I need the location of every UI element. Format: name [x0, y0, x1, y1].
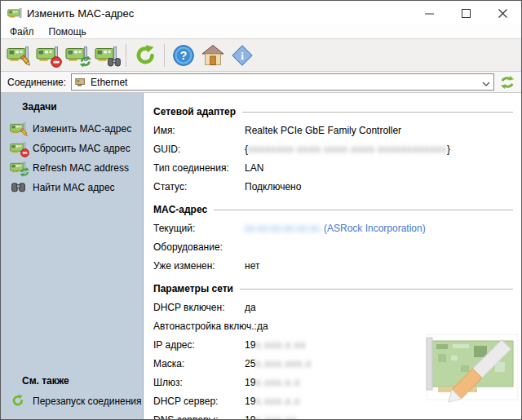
field-label: Уже изменен:: [153, 260, 245, 272]
minimize-icon: [425, 9, 434, 18]
field-row-current-mac: Текущий: xx-xx-xx-xx-xx-xx(ASRock Incorp…: [153, 219, 513, 237]
maximize-icon: [462, 9, 471, 18]
maximize-button[interactable]: [448, 1, 484, 25]
field-label: Имя:: [153, 125, 245, 136]
close-icon: [498, 9, 507, 18]
sidebar-item-change-mac[interactable]: Изменить MAC-адрес: [1, 119, 143, 139]
toolbar: ? i: [1, 39, 521, 72]
section-divider: [240, 289, 513, 290]
field-label: Автонастройка включ.:: [153, 321, 257, 332]
connection-combobox[interactable]: Ethernet: [71, 73, 494, 91]
section-header-mac: MAC-адрес: [153, 201, 513, 219]
nic-find-icon: [95, 44, 119, 67]
home-button[interactable]: [198, 42, 228, 69]
field-value: да: [245, 302, 256, 313]
close-button[interactable]: [484, 1, 521, 25]
nic-reset-icon: [10, 141, 28, 156]
nic-edit-icon: [10, 122, 28, 136]
details-pane: Сетевой адаптер Имя: Realtek PCIe GbE Fa…: [144, 93, 521, 419]
field-label: DNS серверы:: [153, 414, 245, 420]
field-value: 19x.xxx.xx: [245, 414, 297, 420]
section-title: Параметры сети: [153, 283, 233, 294]
sidebar-item-label: Изменить MAC-адрес: [33, 123, 131, 135]
field-value: 25x.xxx.xxx.x: [245, 358, 312, 369]
connection-label: Соединение:: [7, 77, 66, 88]
section-title: MAC-адрес: [153, 204, 207, 215]
sidebar-item-label: Перезапуск соединения: [33, 396, 142, 407]
field-label: Шлюз:: [153, 377, 245, 388]
sync-icon: [500, 76, 515, 89]
sidebar-item-restart-connection[interactable]: Перезапуск соединения: [1, 391, 143, 411]
masked-gateway: x.xxx.x.x: [255, 377, 300, 388]
window-title: Изменить MAC-адрес: [27, 7, 134, 20]
field-label: Статус:: [153, 181, 245, 192]
see-also-panel: См. также Перезапуск соединения: [1, 375, 143, 411]
field-label: GUID:: [153, 144, 245, 155]
field-row-ip: IP адрес: 19x.xxx.x.xx: [153, 335, 513, 354]
sidebar-item-label: Сбросить MAC адрес: [33, 143, 130, 154]
field-row-mask: Маска: 25x.xxx.xxx.x: [153, 354, 513, 373]
sidebar-item-refresh-mac[interactable]: Refresh MAC address: [1, 158, 143, 178]
refresh-connections-button[interactable]: [498, 74, 516, 91]
toolbar-separator: [164, 44, 165, 67]
masked-dns: x.xxx.xx: [255, 414, 297, 420]
field-label: Маска:: [153, 358, 245, 369]
connection-bar: Соединение: Ethernet: [1, 72, 521, 93]
refresh-icon: [10, 394, 28, 409]
field-row-changed: Уже изменен: нет: [153, 256, 513, 275]
connection-value: Ethernet: [91, 77, 127, 88]
field-row-guid: GUID: {xxxxxxxx-xxxx-xxxx-xxxx-xxxxxxxxx…: [153, 139, 513, 158]
field-value: нет: [245, 260, 259, 272]
app-icon: [7, 7, 22, 20]
change-mac-button[interactable]: [4, 42, 33, 69]
nic-refresh-icon: [65, 44, 90, 67]
section-header-network: Параметры сети: [153, 280, 513, 298]
masked-dhcp-server: x.xxx.x.x: [255, 396, 300, 407]
section-divider: [214, 210, 513, 210]
refresh-mac-button[interactable]: [63, 42, 92, 69]
field-row-gateway: Шлюз: 19x.xxx.x.x: [153, 373, 513, 391]
about-button[interactable]: i: [228, 42, 257, 69]
sidebar-item-reset-mac[interactable]: Сбросить MAC адрес: [1, 139, 143, 158]
field-value: Подключено: [245, 181, 301, 192]
masked-mac: xx-xx-xx-xx-xx-xx: [245, 223, 320, 234]
field-value: LAN: [245, 162, 263, 174]
help-icon: ?: [172, 44, 195, 67]
title-bar: Изменить MAC-адрес: [1, 1, 521, 25]
menu-bar: Файл Помощь: [1, 25, 521, 39]
field-row-hardware-mac: Оборудование:: [153, 237, 513, 256]
home-icon: [201, 44, 224, 66]
adapter-icon: [75, 77, 87, 87]
sidebar-item-find-mac[interactable]: Найти MAC адрес: [1, 178, 143, 197]
nic-edit-icon: [7, 44, 31, 67]
menu-help[interactable]: Помощь: [42, 25, 94, 38]
binoculars-icon: [10, 180, 28, 195]
field-row-name: Имя: Realtek PCIe GbE Family Controller: [153, 121, 513, 139]
toolbar-separator: [126, 44, 126, 67]
field-label: IP адрес:: [153, 339, 245, 351]
field-row-dns: DNS серверы: 19x.xxx.xx: [153, 410, 513, 419]
field-row-connection-type: Тип соединения: LAN: [153, 158, 513, 177]
field-value: 19x.xxx.x.x: [245, 377, 300, 388]
field-row-autoconfig: Автонастройка включ.: да: [153, 316, 513, 335]
sidebar-item-label: Найти MAC адрес: [33, 182, 115, 193]
field-value: 19x.xxx.x.x: [245, 396, 300, 407]
section-divider: [242, 112, 513, 113]
restart-connection-icon: [135, 44, 157, 66]
section-header-adapter: Сетевой адаптер: [153, 103, 513, 121]
field-row-dhcp-enabled: DHCP включен: да: [153, 298, 513, 316]
menu-file[interactable]: Файл: [2, 25, 42, 38]
tasks-heading: Задачи: [1, 101, 143, 119]
masked-ip: x.xxx.x.xx: [255, 339, 306, 351]
help-button[interactable]: ?: [169, 42, 198, 69]
nic-reset-icon: [36, 44, 60, 67]
vendor-link[interactable]: (ASRock Incorporation): [324, 223, 426, 234]
minimize-button[interactable]: [411, 1, 448, 25]
field-label: Тип соединения:: [153, 162, 245, 174]
chevron-down-icon[interactable]: [482, 75, 490, 90]
nic-refresh-icon: [10, 161, 28, 175]
field-row-dhcp-server: DHCP сервер: 19x.xxx.x.x: [153, 391, 513, 410]
reset-mac-button[interactable]: [33, 42, 63, 69]
find-mac-button[interactable]: [92, 42, 122, 69]
restart-connection-button[interactable]: [130, 42, 160, 69]
